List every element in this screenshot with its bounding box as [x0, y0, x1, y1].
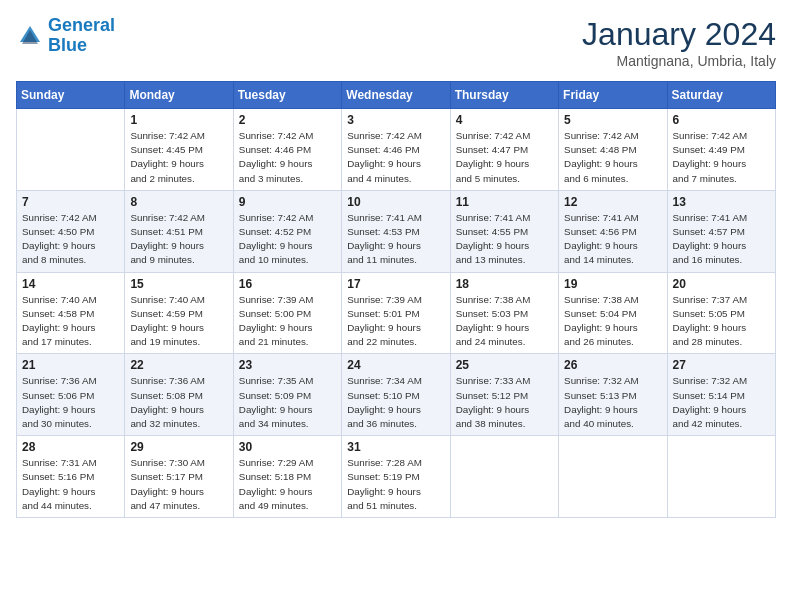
- day-info: Sunrise: 7:37 AM Sunset: 5:05 PM Dayligh…: [673, 293, 770, 350]
- day-number: 13: [673, 195, 770, 209]
- calendar-day-cell: 11Sunrise: 7:41 AM Sunset: 4:55 PM Dayli…: [450, 190, 558, 272]
- day-number: 23: [239, 358, 336, 372]
- day-number: 18: [456, 277, 553, 291]
- day-number: 31: [347, 440, 444, 454]
- calendar-header-cell: Tuesday: [233, 82, 341, 109]
- calendar-week-row: 1Sunrise: 7:42 AM Sunset: 4:45 PM Daylig…: [17, 109, 776, 191]
- day-number: 4: [456, 113, 553, 127]
- calendar-day-cell: 12Sunrise: 7:41 AM Sunset: 4:56 PM Dayli…: [559, 190, 667, 272]
- calendar-body: 1Sunrise: 7:42 AM Sunset: 4:45 PM Daylig…: [17, 109, 776, 518]
- day-number: 27: [673, 358, 770, 372]
- day-number: 5: [564, 113, 661, 127]
- calendar-day-cell: 28Sunrise: 7:31 AM Sunset: 5:16 PM Dayli…: [17, 436, 125, 518]
- day-info: Sunrise: 7:42 AM Sunset: 4:46 PM Dayligh…: [239, 129, 336, 186]
- calendar-header-cell: Friday: [559, 82, 667, 109]
- day-number: 14: [22, 277, 119, 291]
- calendar-day-cell: 3Sunrise: 7:42 AM Sunset: 4:46 PM Daylig…: [342, 109, 450, 191]
- day-info: Sunrise: 7:42 AM Sunset: 4:51 PM Dayligh…: [130, 211, 227, 268]
- day-number: 19: [564, 277, 661, 291]
- calendar-day-cell: 13Sunrise: 7:41 AM Sunset: 4:57 PM Dayli…: [667, 190, 775, 272]
- day-number: 7: [22, 195, 119, 209]
- calendar-header-cell: Sunday: [17, 82, 125, 109]
- day-info: Sunrise: 7:41 AM Sunset: 4:56 PM Dayligh…: [564, 211, 661, 268]
- day-info: Sunrise: 7:40 AM Sunset: 4:58 PM Dayligh…: [22, 293, 119, 350]
- calendar-day-cell: 18Sunrise: 7:38 AM Sunset: 5:03 PM Dayli…: [450, 272, 558, 354]
- calendar-header-cell: Wednesday: [342, 82, 450, 109]
- calendar-header-row: SundayMondayTuesdayWednesdayThursdayFrid…: [17, 82, 776, 109]
- calendar-day-cell: [559, 436, 667, 518]
- calendar-day-cell: 22Sunrise: 7:36 AM Sunset: 5:08 PM Dayli…: [125, 354, 233, 436]
- day-info: Sunrise: 7:36 AM Sunset: 5:06 PM Dayligh…: [22, 374, 119, 431]
- day-number: 1: [130, 113, 227, 127]
- day-number: 10: [347, 195, 444, 209]
- day-info: Sunrise: 7:40 AM Sunset: 4:59 PM Dayligh…: [130, 293, 227, 350]
- calendar-day-cell: 19Sunrise: 7:38 AM Sunset: 5:04 PM Dayli…: [559, 272, 667, 354]
- day-info: Sunrise: 7:41 AM Sunset: 4:57 PM Dayligh…: [673, 211, 770, 268]
- day-info: Sunrise: 7:42 AM Sunset: 4:52 PM Dayligh…: [239, 211, 336, 268]
- day-number: 15: [130, 277, 227, 291]
- calendar-week-row: 7Sunrise: 7:42 AM Sunset: 4:50 PM Daylig…: [17, 190, 776, 272]
- calendar-day-cell: 8Sunrise: 7:42 AM Sunset: 4:51 PM Daylig…: [125, 190, 233, 272]
- calendar-week-row: 21Sunrise: 7:36 AM Sunset: 5:06 PM Dayli…: [17, 354, 776, 436]
- month-title: January 2024: [582, 16, 776, 53]
- calendar-day-cell: 26Sunrise: 7:32 AM Sunset: 5:13 PM Dayli…: [559, 354, 667, 436]
- calendar-day-cell: 31Sunrise: 7:28 AM Sunset: 5:19 PM Dayli…: [342, 436, 450, 518]
- location-subtitle: Mantignana, Umbria, Italy: [582, 53, 776, 69]
- calendar-day-cell: 24Sunrise: 7:34 AM Sunset: 5:10 PM Dayli…: [342, 354, 450, 436]
- calendar-table: SundayMondayTuesdayWednesdayThursdayFrid…: [16, 81, 776, 518]
- calendar-day-cell: 14Sunrise: 7:40 AM Sunset: 4:58 PM Dayli…: [17, 272, 125, 354]
- calendar-header-cell: Thursday: [450, 82, 558, 109]
- calendar-day-cell: 2Sunrise: 7:42 AM Sunset: 4:46 PM Daylig…: [233, 109, 341, 191]
- day-number: 29: [130, 440, 227, 454]
- day-info: Sunrise: 7:42 AM Sunset: 4:50 PM Dayligh…: [22, 211, 119, 268]
- day-number: 26: [564, 358, 661, 372]
- calendar-day-cell: 7Sunrise: 7:42 AM Sunset: 4:50 PM Daylig…: [17, 190, 125, 272]
- day-number: 3: [347, 113, 444, 127]
- calendar-header-cell: Saturday: [667, 82, 775, 109]
- day-info: Sunrise: 7:29 AM Sunset: 5:18 PM Dayligh…: [239, 456, 336, 513]
- day-number: 30: [239, 440, 336, 454]
- calendar-day-cell: 15Sunrise: 7:40 AM Sunset: 4:59 PM Dayli…: [125, 272, 233, 354]
- day-info: Sunrise: 7:36 AM Sunset: 5:08 PM Dayligh…: [130, 374, 227, 431]
- day-info: Sunrise: 7:42 AM Sunset: 4:46 PM Dayligh…: [347, 129, 444, 186]
- day-info: Sunrise: 7:39 AM Sunset: 5:00 PM Dayligh…: [239, 293, 336, 350]
- day-number: 21: [22, 358, 119, 372]
- calendar-day-cell: 20Sunrise: 7:37 AM Sunset: 5:05 PM Dayli…: [667, 272, 775, 354]
- day-info: Sunrise: 7:34 AM Sunset: 5:10 PM Dayligh…: [347, 374, 444, 431]
- logo-icon: [16, 22, 44, 50]
- calendar-day-cell: 27Sunrise: 7:32 AM Sunset: 5:14 PM Dayli…: [667, 354, 775, 436]
- day-info: Sunrise: 7:33 AM Sunset: 5:12 PM Dayligh…: [456, 374, 553, 431]
- calendar-week-row: 28Sunrise: 7:31 AM Sunset: 5:16 PM Dayli…: [17, 436, 776, 518]
- day-number: 6: [673, 113, 770, 127]
- logo-blue: Blue: [48, 35, 87, 55]
- calendar-day-cell: 23Sunrise: 7:35 AM Sunset: 5:09 PM Dayli…: [233, 354, 341, 436]
- calendar-day-cell: 10Sunrise: 7:41 AM Sunset: 4:53 PM Dayli…: [342, 190, 450, 272]
- day-info: Sunrise: 7:39 AM Sunset: 5:01 PM Dayligh…: [347, 293, 444, 350]
- day-info: Sunrise: 7:30 AM Sunset: 5:17 PM Dayligh…: [130, 456, 227, 513]
- calendar-day-cell: 25Sunrise: 7:33 AM Sunset: 5:12 PM Dayli…: [450, 354, 558, 436]
- calendar-day-cell: [667, 436, 775, 518]
- calendar-day-cell: 4Sunrise: 7:42 AM Sunset: 4:47 PM Daylig…: [450, 109, 558, 191]
- calendar-day-cell: 9Sunrise: 7:42 AM Sunset: 4:52 PM Daylig…: [233, 190, 341, 272]
- day-info: Sunrise: 7:41 AM Sunset: 4:55 PM Dayligh…: [456, 211, 553, 268]
- day-number: 28: [22, 440, 119, 454]
- calendar-week-row: 14Sunrise: 7:40 AM Sunset: 4:58 PM Dayli…: [17, 272, 776, 354]
- day-info: Sunrise: 7:32 AM Sunset: 5:14 PM Dayligh…: [673, 374, 770, 431]
- day-number: 17: [347, 277, 444, 291]
- day-info: Sunrise: 7:42 AM Sunset: 4:47 PM Dayligh…: [456, 129, 553, 186]
- day-number: 8: [130, 195, 227, 209]
- title-section: January 2024 Mantignana, Umbria, Italy: [582, 16, 776, 69]
- day-info: Sunrise: 7:42 AM Sunset: 4:45 PM Dayligh…: [130, 129, 227, 186]
- day-number: 11: [456, 195, 553, 209]
- day-number: 2: [239, 113, 336, 127]
- calendar-day-cell: 1Sunrise: 7:42 AM Sunset: 4:45 PM Daylig…: [125, 109, 233, 191]
- calendar-day-cell: 5Sunrise: 7:42 AM Sunset: 4:48 PM Daylig…: [559, 109, 667, 191]
- calendar-day-cell: 6Sunrise: 7:42 AM Sunset: 4:49 PM Daylig…: [667, 109, 775, 191]
- day-info: Sunrise: 7:31 AM Sunset: 5:16 PM Dayligh…: [22, 456, 119, 513]
- day-number: 20: [673, 277, 770, 291]
- day-number: 12: [564, 195, 661, 209]
- logo-text: General Blue: [48, 16, 115, 56]
- calendar-day-cell: 16Sunrise: 7:39 AM Sunset: 5:00 PM Dayli…: [233, 272, 341, 354]
- calendar-day-cell: 30Sunrise: 7:29 AM Sunset: 5:18 PM Dayli…: [233, 436, 341, 518]
- day-info: Sunrise: 7:32 AM Sunset: 5:13 PM Dayligh…: [564, 374, 661, 431]
